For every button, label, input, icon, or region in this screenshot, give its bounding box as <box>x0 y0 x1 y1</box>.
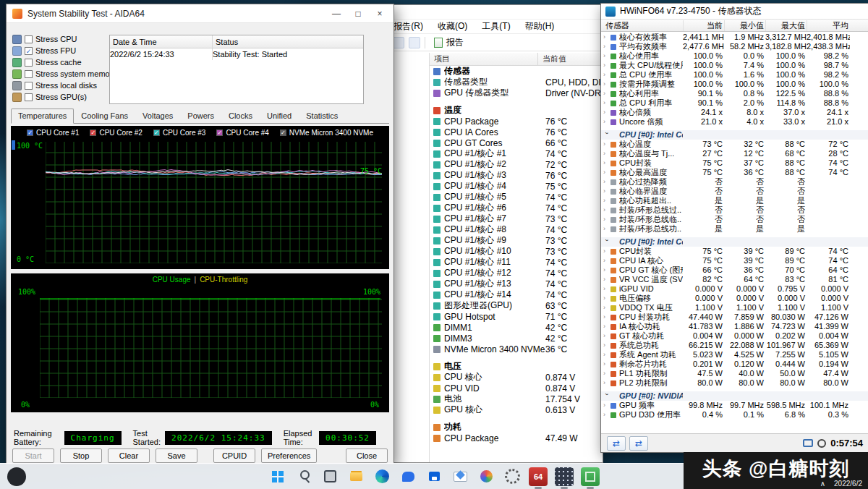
swap-columns-button-2[interactable]: ⇄ <box>629 436 648 451</box>
expand-chevron-icon[interactable]: › <box>603 322 609 331</box>
legend-checkbox[interactable] <box>27 129 33 136</box>
column-average[interactable]: 平均 <box>807 20 850 31</box>
column-item[interactable]: 项目 <box>430 53 538 65</box>
hwinfo-sensor-row[interactable]: › IA 核心功耗 41.783 W 1.886 W 74.723 W 41.3… <box>601 322 868 331</box>
sensor-value-row[interactable]: 电压 <box>430 361 603 372</box>
sensor-value-row[interactable]: CPU IA Cores 76 °C <box>430 127 603 137</box>
expand-chevron-icon[interactable]: › <box>603 196 609 205</box>
expand-chevron-icon[interactable]: › <box>603 61 609 70</box>
hwinfo-sensor-row[interactable]: › 封装/环形总线临.. 否 否 否 <box>601 215 868 224</box>
expand-chevron-icon[interactable]: › <box>603 215 609 224</box>
sensor-value-row[interactable]: GPU 核心 0.613 V <box>430 404 603 415</box>
hwinfo-sensor-row[interactable]: › 核心有效频率 2,441.1 MHz 1.9 MHz 3,312.7 MHz… <box>601 33 868 42</box>
hwinfo-sensor-row[interactable]: › PL1 功耗限制 47.5 W 40.0 W 50.0 W 47.4 W <box>601 369 868 378</box>
hwinfo-sensor-row[interactable]: › PL2 功耗限制 80.0 W 80.0 W 80.0 W 80.0 W <box>601 378 868 388</box>
sensor-value-row[interactable]: 功耗 <box>430 422 603 433</box>
legend-item[interactable]: NVMe Micron 3400 NVMe <box>280 129 373 137</box>
sensor-value-row[interactable]: NVMe Micron 3400 NVMe 36 °C <box>430 344 603 354</box>
forward-icon[interactable] <box>409 37 420 48</box>
sensor-value-row[interactable]: CPU #1/核心 #13 74 °C <box>430 278 603 289</box>
search-button[interactable] <box>294 467 313 486</box>
graph-tab[interactable]: Voltages <box>135 109 180 123</box>
expand-chevron-icon[interactable]: › <box>603 117 609 127</box>
sensor-value-row[interactable]: DIMM1 42 °C <box>430 322 603 333</box>
photos-icon[interactable] <box>477 467 495 486</box>
sensor-value-row[interactable]: CPU GT Cores 66 °C <box>430 137 603 148</box>
stress-option[interactable]: Stress system memory <box>12 68 109 80</box>
expand-chevron-icon[interactable]: › <box>603 350 609 360</box>
expand-chevron-icon[interactable]: › <box>603 294 609 303</box>
column-minimum[interactable]: 最小值 <box>724 20 765 31</box>
hwinfo-sensor-row[interactable]: › 最大 CPU/线程使用.. 100.0 % 7.4 % 100.0 % 98… <box>601 61 868 70</box>
log-column-datetime[interactable]: Date & Time <box>110 35 213 48</box>
expand-chevron-icon[interactable]: › <box>603 89 609 98</box>
sensor-value-row[interactable]: CPU #1/核心 #11 74 °C <box>430 257 603 268</box>
expand-chevron-icon[interactable]: › <box>603 168 609 177</box>
hwinfo-sensor-row[interactable]: › CPU IA 核心 75 °C 39 °C 89 °C 74 °C <box>601 256 868 265</box>
expand-chevron-icon[interactable]: › <box>603 80 609 89</box>
maximize-button[interactable]: □ <box>347 7 369 20</box>
tray-chevron-icon[interactable]: ∧ <box>820 480 825 488</box>
hwinfo-sensor-row[interactable]: › 核心临界温度 否 否 否 <box>601 187 868 196</box>
hwinfo-sensor-row[interactable]: › VDDQ TX 电压 1.100 V 1.100 V 1.100 V 1.1… <box>601 303 868 312</box>
column-sensor[interactable]: 传感器 <box>601 20 683 31</box>
report-button[interactable]: 报告 <box>430 35 468 50</box>
legend-checkbox[interactable] <box>280 129 286 136</box>
hwinfo-sensor-row[interactable]: › GPU 频率 99.8 MHz 99.7 MHz 598.5 MHz 100… <box>601 401 868 410</box>
stress-checkbox[interactable] <box>25 47 33 55</box>
expand-chevron-icon[interactable]: › <box>603 275 609 284</box>
hwinfo-sensor-row[interactable]: › 剩余芯片功耗 0.201 W 0.120 W 0.444 W 0.194 W <box>601 360 868 369</box>
hwinfo-sensor-row[interactable]: › 核心过热降频 否 否 否 <box>601 177 868 187</box>
sensor-value-row[interactable]: CPU #1/核心 #3 76 °C <box>430 170 603 181</box>
hwinfo-sensor-row[interactable]: › 系统 Agent 功耗 5.023 W 4.525 W 7.255 W 5.… <box>601 350 868 360</box>
legend-checkbox[interactable] <box>153 129 160 136</box>
hwinfo-sensor-row[interactable]: › CPU封装 75 °C 39 °C 89 °C 74 °C <box>601 247 868 256</box>
sensor-value-row[interactable]: 传感器 <box>430 66 603 77</box>
hwinfo-sensor-row[interactable]: › GPU [#0]: NVIDIA GeForce... <box>601 391 868 401</box>
hwinfo-sensor-row[interactable]: › CPU GT 核心 (图形) 66 °C 36 °C 70 °C 64 °C <box>601 265 868 275</box>
hwinfo-sensor-row[interactable]: › 核心倍频 24.1 x 8.0 x 37.0 x 24.1 x <box>601 108 868 117</box>
stress-option[interactable]: Stress GPU(s) <box>12 91 109 103</box>
graph-tab[interactable]: Temperatures <box>11 109 74 124</box>
sensor-value-row[interactable]: CPU #1/核心 #12 74 °C <box>430 268 603 278</box>
sensor-value-row[interactable]: 温度 <box>430 105 603 116</box>
expand-chevron-icon[interactable]: › <box>603 98 609 108</box>
settings-icon[interactable] <box>503 467 522 486</box>
sensor-value-row[interactable]: 电池 17.754 V <box>430 394 603 404</box>
hwinfo-sensor-row[interactable]: › 封装/环形总线功.. 是 是 是 <box>601 224 868 234</box>
expand-chevron-icon[interactable]: › <box>603 369 609 378</box>
expand-chevron-icon[interactable]: › <box>603 284 609 294</box>
legend-item[interactable]: CPU Core #4 <box>216 129 268 137</box>
hwinfo-sensor-row[interactable]: › 核心利用率 90.1 % 0.8 % 122.5 % 88.8 % <box>601 89 868 98</box>
sensor-value-row[interactable]: CPU #1/核心 #4 75 °C <box>430 181 603 192</box>
stress-option[interactable]: Stress CPU <box>12 33 109 45</box>
stability-titlebar[interactable]: System Stability Test - AIDA64 — □ × <box>7 4 393 23</box>
hwinfo-sensor-row[interactable]: › 系统总功耗 66.215 W 22.088 W 101.967 W 65.3… <box>601 341 868 350</box>
expand-chevron-icon[interactable]: › <box>603 33 609 42</box>
expand-chevron-icon[interactable]: › <box>602 394 611 399</box>
control-button[interactable]: Clear <box>108 448 150 463</box>
control-button[interactable]: Start <box>12 448 54 463</box>
expand-chevron-icon[interactable]: › <box>603 108 609 117</box>
hwinfo-sensor-row[interactable]: › 核心功耗超出.. 是 是 是 <box>601 196 868 205</box>
menu-item[interactable]: 工具(T) <box>475 20 517 33</box>
sensor-value-row[interactable]: CPU 核心 0.874 V <box>430 372 603 383</box>
legend-checkbox[interactable] <box>90 129 96 136</box>
expand-chevron-icon[interactable]: › <box>603 187 609 196</box>
graph-tab[interactable]: Unified <box>260 109 299 123</box>
store-icon[interactable] <box>425 467 443 486</box>
column-maximum[interactable]: 最大值 <box>765 20 807 31</box>
hwinfo-sensor-row[interactable]: › CPU [#0]: Intel Core... <box>601 237 868 247</box>
edge-icon[interactable] <box>373 467 391 486</box>
control-button[interactable]: Preferences <box>261 448 317 463</box>
expand-chevron-icon[interactable]: › <box>603 410 609 420</box>
sensor-value-row[interactable]: CPU #1/核心 #2 72 °C <box>430 159 603 170</box>
hwinfo-sensor-row[interactable]: › 核心温度 73 °C 32 °C 88 °C 72 °C <box>601 140 868 149</box>
expand-chevron-icon[interactable]: › <box>603 158 609 168</box>
hwinfo-sensor-row[interactable]: › GPU D3D 使用率 0.4 % 0.1 % 6.8 % 0.3 % <box>601 410 868 420</box>
expand-chevron-icon[interactable]: › <box>603 177 609 187</box>
back-icon[interactable] <box>393 37 404 48</box>
sensor-value-row[interactable]: CPU #1/核心 #5 74 °C <box>430 192 603 203</box>
legend-item[interactable]: CPU Core #2 <box>90 129 142 137</box>
hwinfo-sensor-row[interactable]: › CPU 封装功耗 47.440 W 7.859 W 80.030 W 47.… <box>601 312 868 322</box>
